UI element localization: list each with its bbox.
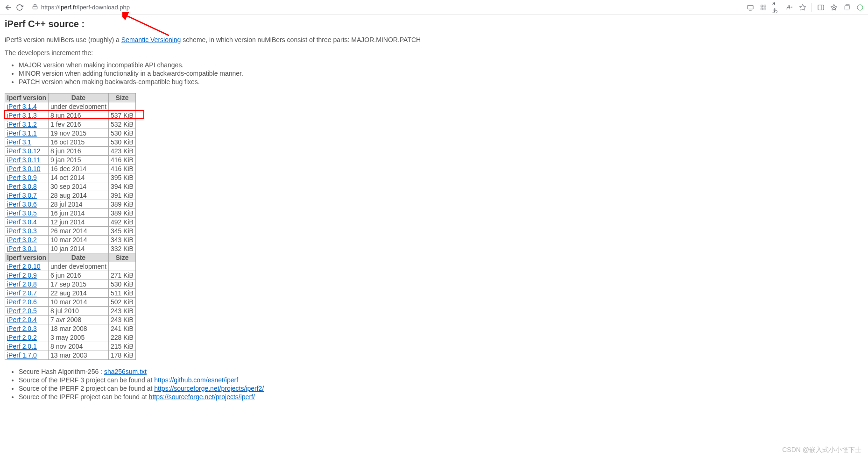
date-cell: 9 jan 2015 (49, 156, 109, 165)
version-link[interactable]: iPerf 2.0.9 (7, 272, 37, 279)
version-table: Iperf version Date Size iPerf 3.1.4under… (5, 93, 136, 360)
version-link[interactable]: iPerf 2.0.10 (7, 263, 41, 270)
list-item: PATCH version when making backwards-comp… (19, 78, 863, 86)
version-link[interactable]: iPerf 3.0.4 (7, 218, 37, 226)
svg-rect-0 (33, 6, 37, 9)
bottom-links: Secure Hash Algorithm-256 : sha256sum.tx… (5, 368, 863, 401)
table-row: iPerf 3.1.21 fev 2016532 KiB (5, 120, 136, 129)
version-link[interactable]: iPerf 2.0.2 (7, 334, 37, 341)
iperf-source-link[interactable]: https://sourceforge.net/projects/iperf/ (149, 393, 255, 401)
size-cell: 537 KiB (108, 111, 135, 120)
version-link[interactable]: iPerf 3.0.2 (7, 236, 37, 244)
version-link[interactable]: iPerf 3.0.10 (7, 165, 41, 172)
version-link[interactable]: iPerf 3.1.4 (7, 103, 37, 110)
list-item: Source of the IPERF 3 project can be fou… (19, 376, 863, 384)
version-link[interactable]: iPerf 2.0.1 (7, 343, 37, 350)
size-cell: 345 KiB (108, 227, 135, 236)
table-row: iPerf 2.0.318 mar 2008241 KiB (5, 324, 136, 333)
header-date: Date (49, 253, 109, 262)
version-link[interactable]: iPerf 2.0.8 (7, 280, 37, 288)
table-row: iPerf 3.0.326 mar 2014345 KiB (5, 227, 136, 236)
header-size: Size (108, 93, 135, 102)
size-cell: 395 KiB (108, 173, 135, 182)
star-icon[interactable] (798, 3, 807, 12)
date-cell: 14 oct 2014 (49, 173, 109, 182)
date-cell: under development (49, 102, 109, 111)
page-content: iPerf C++ source : iPerf3 version nuMiBe… (0, 15, 868, 405)
iperf2-source-link[interactable]: https://sourceforge.net/projects/iperf2/ (154, 385, 264, 392)
right-icons: aあ A» (746, 3, 864, 12)
translate-icon[interactable]: aあ (772, 3, 781, 12)
version-link[interactable]: iPerf 3.1 (7, 138, 31, 146)
date-cell: 26 mar 2014 (49, 227, 109, 236)
date-cell: 22 aug 2014 (49, 289, 109, 298)
version-link[interactable]: iPerf 1.7.0 (7, 351, 37, 359)
version-link[interactable]: iPerf 3.1.3 (7, 112, 37, 119)
table-row: iPerf 3.0.128 jun 2016423 KiB (5, 147, 136, 156)
version-link[interactable]: iPerf 3.0.12 (7, 147, 41, 155)
table-row: iPerf 1.7.013 mar 2003178 KiB (5, 351, 136, 360)
iperf3-source-link[interactable]: https://github.com/esnet/iperf (154, 376, 238, 384)
reader-icon[interactable]: A» (785, 3, 794, 12)
date-cell: 8 jun 2016 (49, 147, 109, 156)
version-link[interactable]: iPerf 3.0.6 (7, 201, 37, 208)
qr-icon[interactable] (759, 3, 768, 12)
svg-point-13 (857, 5, 863, 10)
version-link[interactable]: iPerf 3.0.1 (7, 245, 37, 252)
version-link[interactable]: iPerf 2.0.3 (7, 325, 37, 332)
svg-rect-1 (748, 5, 753, 9)
date-cell: 30 sep 2014 (49, 182, 109, 191)
version-link[interactable]: iPerf 2.0.6 (7, 298, 37, 306)
date-cell: 18 mar 2008 (49, 324, 109, 333)
table-row: iPerf 2.0.10under development (5, 262, 136, 271)
version-link[interactable]: iPerf 2.0.7 (7, 289, 37, 297)
size-cell: 243 KiB (108, 316, 135, 324)
size-cell: 416 KiB (108, 156, 135, 165)
semantic-versioning-link[interactable]: Semantic Versioning (121, 36, 181, 43)
collections-icon[interactable] (843, 3, 851, 12)
date-cell: 7 avr 2008 (49, 316, 109, 324)
size-cell: 530 KiB (108, 280, 135, 289)
size-cell: 530 KiB (108, 129, 135, 138)
version-link[interactable]: iPerf 3.0.3 (7, 227, 37, 235)
version-link[interactable]: iPerf 3.0.5 (7, 209, 37, 217)
table-header-row: Iperf version Date Size (5, 253, 136, 262)
date-cell: 8 jun 2016 (49, 111, 109, 120)
version-link[interactable]: iPerf 3.0.8 (7, 183, 37, 190)
size-cell: 492 KiB (108, 218, 135, 227)
table-row: iPerf 3.0.516 jun 2014389 KiB (5, 209, 136, 218)
sidebar-icon[interactable] (817, 3, 825, 12)
version-link[interactable]: iPerf 3.1.1 (7, 129, 37, 137)
date-cell: 13 mar 2003 (49, 351, 109, 360)
list-item: MAJOR version when making incompatible A… (19, 61, 863, 69)
sha256-link[interactable]: sha256sum.txt (104, 368, 147, 375)
size-cell: 241 KiB (108, 324, 135, 333)
svg-rect-12 (845, 6, 849, 10)
version-link[interactable]: iPerf 3.1.2 (7, 121, 37, 128)
back-button[interactable] (4, 3, 13, 12)
table-row: iPerf 3.0.914 oct 2014395 KiB (5, 173, 136, 182)
version-link[interactable]: iPerf 3.0.11 (7, 156, 41, 164)
version-link[interactable]: iPerf 2.0.5 (7, 307, 37, 315)
version-link[interactable]: iPerf 3.0.9 (7, 174, 37, 181)
svg-rect-7 (818, 5, 824, 10)
list-item: MINOR version when adding functionality … (19, 70, 863, 77)
date-cell: 1 fev 2016 (49, 120, 109, 129)
date-cell: 28 jul 2014 (49, 200, 109, 209)
table-row: iPerf 3.0.119 jan 2015416 KiB (5, 156, 136, 165)
version-link[interactable]: iPerf 2.0.4 (7, 316, 37, 323)
date-cell: 17 sep 2015 (49, 280, 109, 289)
date-cell: 19 nov 2015 (49, 129, 109, 138)
date-cell: 28 aug 2014 (49, 191, 109, 200)
refresh-button[interactable] (15, 3, 24, 12)
svg-rect-3 (764, 5, 766, 7)
device-icon[interactable] (746, 3, 755, 12)
favorites-icon[interactable] (830, 3, 838, 12)
lock-icon (32, 3, 38, 11)
url-bar[interactable]: https://iperf.fr/iperf-download.php (28, 2, 742, 12)
size-cell: 332 KiB (108, 244, 135, 253)
increment-rules-list: MAJOR version when making incompatible A… (5, 61, 863, 86)
version-link[interactable]: iPerf 3.0.7 (7, 192, 37, 199)
extension-icon[interactable] (856, 3, 864, 12)
header-version: Iperf version (5, 253, 49, 262)
